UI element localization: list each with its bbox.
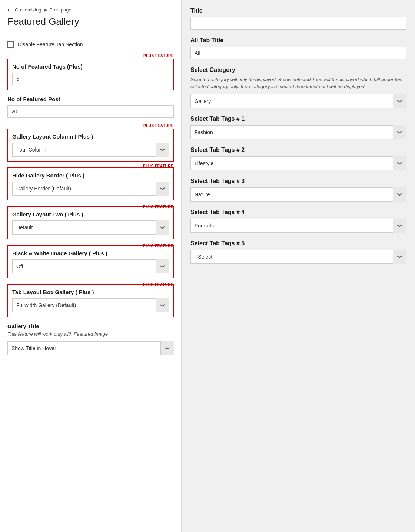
select-category-wrapper: Gallery Nature Fashion Lifestyle xyxy=(190,94,406,108)
select-category-section: Select Category Selected category will o… xyxy=(190,67,406,108)
plus-feature-badge-3: PLUS FEATURE xyxy=(143,164,173,168)
tab-layout-box-select[interactable]: Fullwidth Gallery (Default) Box Gallery xyxy=(12,298,169,312)
tab-tag-2-label: Select Tab Tags # 2 xyxy=(190,147,406,153)
title-section: Title xyxy=(190,7,406,30)
header: ‹ Customizing ▶ Frontpage Featured Galle… xyxy=(0,0,181,35)
gallery-layout-two-select[interactable]: Default Layout Two xyxy=(12,220,169,235)
tab-tag-2-section: Select Tab Tags # 2 Fashion Lifestyle Na… xyxy=(190,147,406,170)
select-category-label: Select Category xyxy=(190,67,406,73)
tab-tag-4-label: Select Tab Tags # 4 xyxy=(190,209,406,216)
disable-checkbox-row: Disable Feature Tab Section xyxy=(7,41,174,48)
breadcrumb-separator: ▶ xyxy=(44,7,47,13)
featured-tags-input[interactable] xyxy=(12,73,169,85)
tab-tag-5-wrapper: --Select-- Fashion Nature Lifestyle Port… xyxy=(190,250,406,264)
tab-layout-box-label: Tab Layout Box Gallery ( Plus ) xyxy=(12,289,169,295)
bw-gallery-select[interactable]: Off On xyxy=(12,259,169,273)
bw-gallery-box: PLUS FEATURE Black & White Image Gallery… xyxy=(7,245,174,278)
gallery-title-select-wrapper: Show Title in Hover Always Show Title Hi… xyxy=(7,341,174,355)
plus-feature-wrapper-1: PLUS FEATURE xyxy=(7,54,174,58)
featured-tags-label: No of Featured Tags (Plus) xyxy=(12,63,169,70)
tab-tag-3-wrapper: Fashion Nature Lifestyle Portraits xyxy=(190,187,406,202)
featured-post-section: No of Featured Post xyxy=(7,96,174,118)
tab-layout-box-box: PLUS FEATURE Tab Layout Box Gallery ( Pl… xyxy=(7,284,174,317)
select-category-select[interactable]: Gallery Nature Fashion Lifestyle xyxy=(190,94,406,108)
tab-tag-3-section: Select Tab Tags # 3 Fashion Nature Lifes… xyxy=(190,178,406,202)
disable-checkbox[interactable] xyxy=(7,41,14,48)
tab-tag-4-select[interactable]: Fashion Nature Lifestyle Portraits xyxy=(190,219,406,233)
back-button[interactable]: ‹ xyxy=(7,6,10,14)
hide-gallery-border-label: Hide Gallery Border ( Plus ) xyxy=(12,172,169,179)
title-section-label: Title xyxy=(190,7,406,14)
gallery-layout-column-box: Gallery Layout Column ( Plus ) Four Colu… xyxy=(7,129,174,162)
plus-feature-badge-2: PLUS FEATURE xyxy=(143,124,174,128)
left-panel: ‹ Customizing ▶ Frontpage Featured Galle… xyxy=(0,0,182,532)
plus-feature-badge-4: PLUS FEATURE xyxy=(143,205,173,209)
tab-tag-4-wrapper: Fashion Nature Lifestyle Portraits xyxy=(190,219,406,233)
tab-tag-2-select[interactable]: Fashion Lifestyle Nature Portraits xyxy=(190,156,406,170)
gallery-title-section: Gallery Title This feature will work onl… xyxy=(7,323,174,355)
bw-gallery-label: Black & White Image Gallery ( Plus ) xyxy=(12,250,169,256)
gallery-layout-two-label: Gallery Layout Two ( Plus ) xyxy=(12,211,169,217)
tab-tag-3-label: Select Tab Tags # 3 xyxy=(190,178,406,184)
all-tab-title-label: All Tab Title xyxy=(190,37,406,44)
gallery-layout-column-select-wrapper: Four Column Three Column Two Column One … xyxy=(12,143,169,157)
featured-post-label: No of Featured Post xyxy=(7,96,174,102)
tab-layout-box-select-wrapper: Fullwidth Gallery (Default) Box Gallery xyxy=(12,298,169,312)
breadcrumb: ‹ Customizing ▶ Frontpage xyxy=(7,6,174,14)
plus-feature-badge-5: PLUS FEATURE xyxy=(143,244,173,248)
tab-tag-5-section: Select Tab Tags # 5 --Select-- Fashion N… xyxy=(190,240,406,264)
all-tab-title-input[interactable] xyxy=(190,47,406,59)
tab-tag-3-select[interactable]: Fashion Nature Lifestyle Portraits xyxy=(190,187,406,202)
title-input[interactable] xyxy=(190,17,406,30)
gallery-title-select[interactable]: Show Title in Hover Always Show Title Hi… xyxy=(7,341,174,355)
hide-gallery-border-select[interactable]: Gallery Border (Default) Hide Gallery Bo… xyxy=(12,182,169,196)
featured-tags-box: No of Featured Tags (Plus) xyxy=(7,59,174,90)
gallery-layout-two-select-wrapper: Default Layout Two xyxy=(12,220,169,235)
left-content: Disable Feature Tab Section PLUS FEATURE… xyxy=(0,35,181,364)
right-panel: Title All Tab Title Select Category Sele… xyxy=(182,0,415,532)
tab-tag-5-label: Select Tab Tags # 5 xyxy=(190,240,406,247)
plus-feature-badge-6: PLUS FEATURE xyxy=(143,283,173,287)
gallery-layout-column-label: Gallery Layout Column ( Plus ) xyxy=(12,133,169,140)
tab-tag-1-label: Select Tab Tags # 1 xyxy=(190,116,406,122)
hide-gallery-border-box: PLUS FEATURE Hide Gallery Border ( Plus … xyxy=(7,167,174,200)
bw-gallery-select-wrapper: Off On xyxy=(12,259,169,273)
breadcrumb-part2: Frontpage xyxy=(50,7,72,13)
tab-tag-1-select[interactable]: Fashion Nature Lifestyle Portraits xyxy=(190,125,406,139)
page-title: Featured Gallery xyxy=(7,16,174,27)
plus-feature-wrapper-2: PLUS FEATURE xyxy=(7,124,174,128)
disable-checkbox-label: Disable Feature Tab Section xyxy=(18,41,83,47)
featured-post-input[interactable] xyxy=(7,105,174,118)
breadcrumb-part1: Customizing xyxy=(15,7,42,13)
tab-tag-2-wrapper: Fashion Lifestyle Nature Portraits xyxy=(190,156,406,170)
gallery-title-note: This feature will work only with Feature… xyxy=(7,331,174,338)
tab-tag-1-wrapper: Fashion Nature Lifestyle Portraits xyxy=(190,125,406,139)
gallery-layout-column-select[interactable]: Four Column Three Column Two Column One … xyxy=(12,143,169,157)
select-category-note: Selected category will only be displayed… xyxy=(190,76,406,90)
gallery-title-label: Gallery Title xyxy=(7,323,174,329)
hide-gallery-border-select-wrapper: Gallery Border (Default) Hide Gallery Bo… xyxy=(12,182,169,196)
tab-tag-5-select[interactable]: --Select-- Fashion Nature Lifestyle Port… xyxy=(190,250,406,264)
tab-tag-1-section: Select Tab Tags # 1 Fashion Nature Lifes… xyxy=(190,116,406,139)
gallery-layout-two-box: PLUS FEATURE Gallery Layout Two ( Plus )… xyxy=(7,206,174,239)
tab-tag-4-section: Select Tab Tags # 4 Fashion Nature Lifes… xyxy=(190,209,406,233)
all-tab-title-section: All Tab Title xyxy=(190,37,406,59)
plus-feature-badge-1: PLUS FEATURE xyxy=(143,54,174,58)
